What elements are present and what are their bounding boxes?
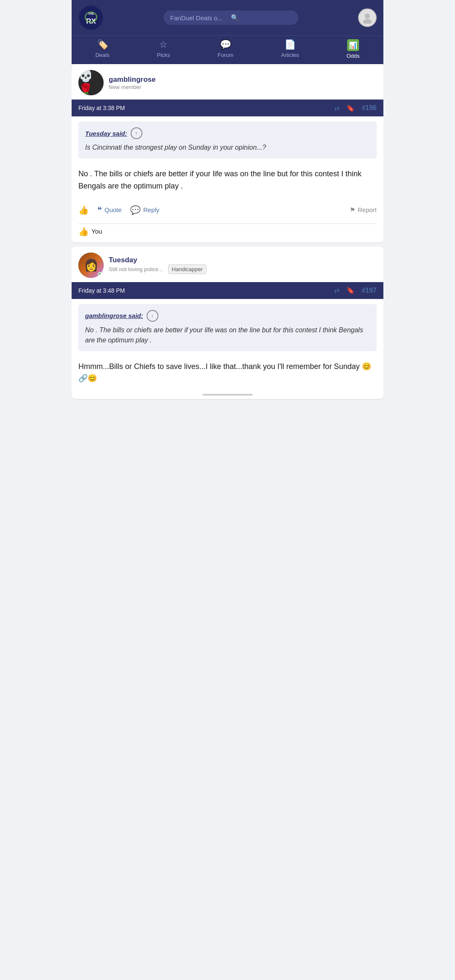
nav-label-forum: Forum: [218, 52, 234, 58]
quote-block-197: gamblingrose said: ↑ No . The bills or c…: [78, 304, 377, 351]
quote-label-196: Quote: [104, 206, 122, 213]
bookmark-icon-197[interactable]: 🔖: [346, 286, 355, 294]
share-icon-196[interactable]: ⇄: [334, 104, 340, 112]
flag-icon-196: ⚑: [350, 206, 355, 214]
post-body-196: No . The bills or chiefs are better if y…: [72, 164, 383, 198]
like-button-196[interactable]: 👍: [78, 202, 94, 218]
author-info-197: Tuesday Still not loving police... Handi…: [109, 256, 377, 274]
reply-button-196[interactable]: 💬 Reply: [130, 202, 164, 218]
header: THE RX FanDuel Deals o... 🔍: [72, 0, 383, 35]
likes-text-196: You: [91, 228, 102, 235]
author-username-196[interactable]: gamblingrose: [109, 75, 377, 84]
post-number-196: #196: [361, 104, 377, 112]
author-role-197: Still not loving police...: [109, 266, 163, 272]
report-button-196[interactable]: ⚑ Report: [350, 206, 377, 214]
post-timestamp-196: Friday at 3:38 PM: [78, 103, 125, 113]
nav-label-odds: Odds: [346, 53, 359, 59]
author-username-197[interactable]: Tuesday: [109, 256, 377, 264]
post-number-197: #197: [361, 287, 377, 294]
odds-badge-icon: 📊: [347, 39, 359, 51]
quote-up-icon-196[interactable]: ↑: [131, 127, 142, 139]
nav-label-articles: Articles: [281, 52, 299, 58]
nav-bar: 🏷️ Deals ☆ Picks 💬 Forum 📄 Articles 📊 Od…: [72, 35, 383, 64]
quote-icon-196: ❝: [97, 205, 102, 215]
quote-author-link-197[interactable]: gamblingrose said:: [85, 312, 143, 319]
reply-icon-196: 💬: [130, 205, 141, 215]
nav-label-picks: Picks: [157, 52, 170, 58]
post-196: 💀🌹 gamblingrose New member Friday at 3:3…: [72, 64, 383, 242]
search-bar[interactable]: FanDuel Deals o... 🔍: [163, 11, 298, 25]
post-meta-actions-196: ⇄ 🔖 #196: [334, 104, 377, 112]
bookmark-icon-196[interactable]: 🔖: [346, 104, 355, 112]
post-meta-197: Friday at 3:48 PM ⇄ 🔖 #197: [72, 282, 383, 299]
post-author-196: 💀🌹 gamblingrose New member: [72, 64, 383, 100]
svg-point-4: [365, 13, 370, 19]
avatar-photo-tuesday: 👩: [78, 253, 104, 278]
author-info-196: gamblingrose New member: [109, 75, 377, 90]
deals-icon: 🏷️: [97, 39, 108, 50]
forum-icon: 💬: [220, 39, 231, 50]
post-timestamp-197: Friday at 3:48 PM: [78, 285, 125, 296]
search-icon[interactable]: 🔍: [231, 14, 292, 22]
quote-author-link-196[interactable]: Tuesday said:: [85, 130, 127, 137]
nav-label-deals: Deals: [95, 52, 109, 58]
avatar-gamblingrose: 💀🌹: [78, 70, 104, 95]
nav-item-articles[interactable]: 📄 Articles: [281, 39, 299, 59]
quote-text-197: No . The bills or chiefs are better if y…: [85, 325, 370, 345]
profile-avatar[interactable]: [358, 8, 377, 27]
report-label-196: Report: [358, 206, 377, 213]
svg-point-5: [363, 19, 372, 24]
avatar-tuesday: 👩: [78, 253, 104, 278]
thumbs-up-icon-196: 👍: [78, 205, 89, 215]
post-body-197: Hmmm...Bills or Chiefs to save lives...I…: [72, 356, 383, 391]
post-meta-196: Friday at 3:38 PM ⇄ 🔖 #196: [72, 100, 383, 116]
nav-item-odds[interactable]: 📊 Odds: [346, 39, 359, 59]
handicapper-badge-197: Handicapper: [168, 264, 207, 274]
quote-header-196: Tuesday said: ↑: [85, 127, 370, 139]
search-placeholder-text: FanDuel Deals o...: [170, 14, 231, 22]
post-body-text-197: Hmmm...Bills or Chiefs to save lives...I…: [78, 362, 371, 383]
post-197: 👩 Tuesday Still not loving police... Han…: [72, 247, 383, 399]
online-indicator-tuesday: [98, 272, 103, 277]
scrollbar-indicator: [202, 394, 253, 396]
quote-header-197: gamblingrose said: ↑: [85, 310, 370, 322]
post-meta-actions-197: ⇄ 🔖 #197: [334, 286, 377, 294]
quote-block-196: Tuesday said: ↑ Is Cincinnati the strong…: [78, 121, 377, 159]
likes-row-196: 👍 You: [72, 224, 383, 242]
post-author-197: 👩 Tuesday Still not loving police... Han…: [72, 247, 383, 282]
avatar-skull-icon: 💀🌹: [78, 70, 104, 95]
likes-thumb-icon-196: 👍: [78, 226, 89, 237]
posts-container: 💀🌹 gamblingrose New member Friday at 3:3…: [72, 64, 383, 399]
logo[interactable]: THE RX: [78, 5, 104, 30]
nav-item-forum[interactable]: 💬 Forum: [218, 39, 234, 59]
reply-label-196: Reply: [143, 206, 159, 213]
quote-up-icon-197[interactable]: ↑: [147, 310, 158, 322]
quote-text-196: Is Cincinnati the strongest play on Sund…: [85, 143, 370, 153]
nav-item-picks[interactable]: ☆ Picks: [157, 39, 170, 59]
nav-item-deals[interactable]: 🏷️ Deals: [95, 39, 109, 59]
share-icon-197[interactable]: ⇄: [334, 286, 340, 294]
post-footer-196: 👍 ❝ Quote 💬 Reply ⚑ Report: [72, 198, 383, 223]
articles-icon: 📄: [284, 39, 296, 50]
picks-icon: ☆: [159, 39, 168, 50]
author-role-196: New member: [109, 84, 377, 90]
quote-button-196[interactable]: ❝ Quote: [97, 202, 127, 218]
